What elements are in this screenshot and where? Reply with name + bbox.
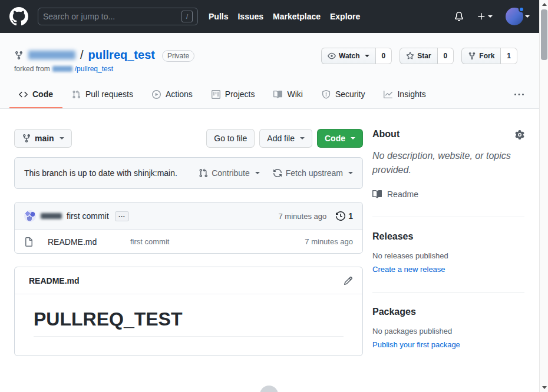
tab-code[interactable]: Code bbox=[9, 81, 62, 108]
git-pull-request-icon bbox=[72, 90, 81, 99]
chevron-down-icon bbox=[488, 15, 493, 20]
file-name-link[interactable]: README.md bbox=[48, 237, 130, 247]
commit-author-avatar[interactable] bbox=[24, 210, 36, 222]
scrollbar-thumb[interactable] bbox=[541, 9, 547, 60]
file-commit-message-link[interactable]: first commit bbox=[130, 237, 169, 246]
search-input[interactable] bbox=[43, 12, 181, 21]
eye-icon bbox=[328, 52, 336, 60]
toolbar-right-group: Go to file Add file Code bbox=[206, 129, 363, 148]
header-nav: Pulls Issues Marketplace Explore bbox=[209, 12, 360, 21]
repo-owner-redacted[interactable] bbox=[28, 51, 75, 59]
nav-pulls[interactable]: Pulls bbox=[209, 12, 228, 21]
vertical-scrollbar[interactable] bbox=[539, 0, 548, 392]
repo-forked-icon bbox=[14, 51, 24, 60]
nav-issues[interactable]: Issues bbox=[237, 12, 263, 21]
readme-sidebar-link[interactable]: Readme bbox=[372, 190, 524, 199]
tab-security[interactable]: Security bbox=[312, 81, 375, 108]
repo-social-actions: Watch 0 Star 0 Fork 1 bbox=[321, 48, 517, 64]
commit-message-link[interactable]: first commit bbox=[67, 211, 109, 221]
repo-forked-icon bbox=[468, 52, 476, 60]
chevron-down-icon bbox=[300, 137, 305, 142]
repo-tabs: Code Pull requests Actions Projects Wiki… bbox=[0, 81, 539, 108]
star-button[interactable]: Star bbox=[400, 48, 437, 64]
contribute-button[interactable]: Contribute bbox=[199, 168, 260, 178]
code-icon bbox=[19, 90, 28, 99]
releases-title: Releases bbox=[372, 231, 524, 242]
tab-insights[interactable]: Insights bbox=[374, 81, 435, 108]
global-header: / Pulls Issues Marketplace Explore bbox=[0, 0, 539, 33]
commit-time: 7 minutes ago bbox=[279, 212, 327, 221]
gear-icon[interactable] bbox=[515, 130, 524, 139]
tab-projects[interactable]: Projects bbox=[202, 81, 265, 108]
tabs-overflow-kebab-icon[interactable] bbox=[509, 90, 530, 99]
star-group: Star 0 bbox=[400, 48, 454, 64]
forked-from-label: forked from bbox=[14, 65, 50, 73]
global-search[interactable]: / bbox=[38, 8, 198, 25]
create-release-link[interactable]: Create a new release bbox=[372, 265, 445, 274]
git-pull-request-icon bbox=[199, 168, 208, 178]
branch-status-message: This branch is up to date with shinjk:ma… bbox=[24, 168, 177, 178]
packages-empty-text: No packages published bbox=[372, 327, 524, 335]
commit-author-redacted[interactable] bbox=[41, 213, 62, 219]
repo-name-link[interactable]: pullreq_test bbox=[88, 48, 155, 62]
breadcrumb-separator: / bbox=[80, 48, 84, 62]
latest-commit-bar: first commit … 7 minutes ago 1 bbox=[15, 202, 362, 230]
book-icon bbox=[273, 90, 282, 99]
publish-package-link[interactable]: Publish your first package bbox=[372, 340, 460, 349]
edit-pencil-icon[interactable] bbox=[344, 276, 353, 285]
main-content: main Go to file Add file Code This branc… bbox=[0, 109, 539, 356]
readme-body: PULLREQ_TEST bbox=[15, 294, 362, 356]
readme-header: README.md bbox=[15, 267, 362, 294]
readme-filename: README.md bbox=[29, 276, 80, 285]
file-commit-time: 7 minutes ago bbox=[305, 237, 353, 246]
sidebar: About No description, website, or topics… bbox=[372, 129, 524, 350]
commit-message-expander[interactable]: … bbox=[115, 211, 129, 221]
branch-status-actions: Contribute Fetch upstream bbox=[199, 168, 353, 178]
chevron-down-icon bbox=[525, 15, 530, 20]
readme-box: README.md PULLREQ_TEST bbox=[14, 267, 363, 356]
star-count[interactable]: 0 bbox=[438, 48, 454, 64]
fetch-upstream-button[interactable]: Fetch upstream bbox=[273, 168, 353, 178]
nav-explore[interactable]: Explore bbox=[330, 12, 360, 21]
scrollbar-down-button[interactable] bbox=[540, 383, 548, 392]
watch-button[interactable]: Watch bbox=[321, 48, 376, 64]
notifications-bell-icon[interactable] bbox=[454, 12, 464, 21]
nav-marketplace[interactable]: Marketplace bbox=[273, 12, 321, 21]
branch-status-box: This branch is up to date with shinjk:ma… bbox=[14, 157, 363, 189]
star-icon bbox=[406, 52, 414, 60]
history-icon bbox=[336, 211, 345, 221]
file-navigation-toolbar: main Go to file Add file Code bbox=[14, 129, 363, 148]
releases-section: Releases No releases published Create a … bbox=[372, 217, 524, 274]
tab-wiki[interactable]: Wiki bbox=[264, 81, 312, 108]
chevron-down-icon bbox=[351, 137, 355, 142]
create-new-button[interactable] bbox=[477, 12, 493, 21]
user-avatar[interactable] bbox=[506, 8, 523, 25]
book-icon bbox=[372, 190, 382, 199]
readme-heading: PULLREQ_TEST bbox=[34, 308, 344, 337]
fork-group: Fork 1 bbox=[461, 48, 517, 64]
tab-actions[interactable]: Actions bbox=[143, 81, 202, 108]
code-download-button[interactable]: Code bbox=[317, 129, 363, 148]
commit-history-link[interactable]: 1 bbox=[336, 211, 353, 221]
tab-pull-requests[interactable]: Pull requests bbox=[62, 81, 143, 108]
chevron-down-icon bbox=[365, 55, 369, 59]
footer-logo-partial bbox=[260, 386, 278, 392]
user-menu-button[interactable] bbox=[506, 8, 530, 25]
header-icons bbox=[454, 8, 530, 25]
watch-group: Watch 0 bbox=[321, 48, 392, 64]
fork-count[interactable]: 1 bbox=[501, 48, 517, 64]
scrollbar-up-button[interactable] bbox=[540, 0, 548, 9]
about-section: About No description, website, or topics… bbox=[372, 129, 524, 199]
go-to-file-button[interactable]: Go to file bbox=[206, 129, 255, 148]
table-row: README.md first commit 7 minutes ago bbox=[15, 230, 362, 253]
file-icon bbox=[24, 237, 34, 247]
fork-parent-owner-redacted[interactable] bbox=[52, 66, 72, 72]
watch-count[interactable]: 0 bbox=[376, 48, 392, 64]
fork-parent-repo-link[interactable]: /pullreq_test bbox=[75, 65, 113, 73]
branch-selector-button[interactable]: main bbox=[14, 129, 72, 148]
fork-button[interactable]: Fork bbox=[461, 48, 501, 64]
scroll-up-arrow-icon bbox=[542, 3, 547, 6]
add-file-button[interactable]: Add file bbox=[259, 129, 312, 148]
github-logo-icon[interactable] bbox=[9, 7, 28, 26]
git-branch-icon bbox=[22, 134, 31, 143]
